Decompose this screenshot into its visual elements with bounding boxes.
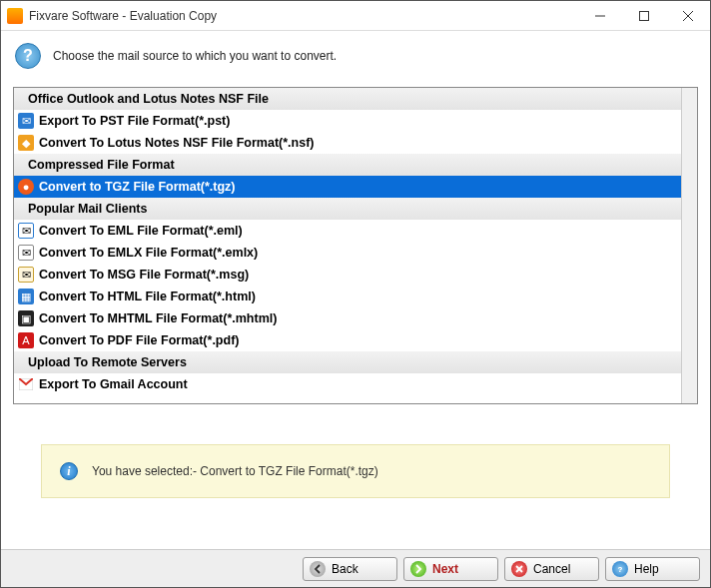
list-header: Popular Mail Clients bbox=[14, 198, 681, 220]
cancel-label: Cancel bbox=[533, 562, 570, 576]
maximize-button[interactable] bbox=[622, 1, 666, 31]
list-header: Compressed File Format bbox=[14, 154, 681, 176]
help-label: Help bbox=[634, 562, 659, 576]
list-header-label: Upload To Remote Servers bbox=[18, 355, 187, 369]
list-item-label: Convert To Lotus Notes NSF File Format(*… bbox=[39, 136, 314, 150]
list-item-label: Convert To EMLX File Format(*.emlx) bbox=[39, 246, 258, 260]
mhtml-icon: ▣ bbox=[18, 310, 34, 326]
list-item[interactable]: ✉Convert To EMLX File Format(*.emlx) bbox=[14, 242, 681, 264]
back-button[interactable]: Back bbox=[303, 557, 397, 581]
pst-icon: ✉ bbox=[18, 113, 34, 129]
svg-text:?: ? bbox=[618, 565, 623, 574]
nsf-icon: ◆ bbox=[18, 135, 34, 151]
pdf-icon: A bbox=[18, 332, 34, 348]
list-item-label: Convert To MHTML File Format(*.mhtml) bbox=[39, 311, 277, 325]
html-icon: ▦ bbox=[18, 289, 34, 304]
question-icon: ? bbox=[15, 43, 41, 69]
list-item-label: Convert to TGZ File Format(*.tgz) bbox=[39, 180, 236, 194]
back-icon bbox=[310, 561, 326, 577]
help-icon: ? bbox=[612, 561, 628, 577]
list-header-label: Office Outlook and Lotus Notes NSF File bbox=[18, 92, 269, 106]
list-header: Upload To Remote Servers bbox=[14, 351, 681, 373]
msg-icon: ✉ bbox=[18, 267, 34, 283]
info-icon: i bbox=[60, 462, 78, 480]
list-item[interactable]: ▦Convert To HTML File Format(*.html) bbox=[14, 286, 681, 307]
help-button[interactable]: ? Help bbox=[605, 557, 700, 581]
instruction-bar: ? Choose the mail source to which you wa… bbox=[1, 31, 710, 87]
next-button[interactable]: Next bbox=[403, 557, 498, 581]
notice-text: You have selected:- Convert to TGZ File … bbox=[92, 464, 378, 478]
list-header: Office Outlook and Lotus Notes NSF File bbox=[14, 88, 681, 110]
list-item[interactable]: AConvert To PDF File Format(*.pdf) bbox=[14, 329, 681, 351]
list-header-label: Compressed File Format bbox=[18, 158, 175, 172]
emlx-icon: ✉ bbox=[18, 245, 34, 261]
app-icon bbox=[7, 8, 23, 24]
selection-notice: i You have selected:- Convert to TGZ Fil… bbox=[41, 444, 670, 498]
list-item-label: Export To PST File Format(*.pst) bbox=[39, 114, 230, 128]
svg-rect-1 bbox=[640, 11, 649, 20]
list-item[interactable]: ✉Export To PST File Format(*.pst) bbox=[14, 110, 681, 132]
list-item-label: Export To Gmail Account bbox=[39, 377, 188, 391]
tgz-icon: ● bbox=[18, 179, 34, 195]
list-item[interactable]: ✉Convert To MSG File Format(*.msg) bbox=[14, 264, 681, 286]
cancel-icon bbox=[511, 561, 527, 577]
cancel-button[interactable]: Cancel bbox=[504, 557, 599, 581]
next-icon bbox=[410, 561, 426, 577]
list-header-label: Popular Mail Clients bbox=[18, 202, 147, 216]
list-item[interactable]: ●Convert to TGZ File Format(*.tgz) bbox=[14, 176, 681, 198]
list-item-label: Convert To HTML File Format(*.html) bbox=[39, 290, 256, 303]
wizard-footer: Back Next Cancel ? Help bbox=[1, 549, 710, 587]
list-item-label: Convert To EML File Format(*.eml) bbox=[39, 224, 243, 238]
close-button[interactable] bbox=[666, 1, 710, 31]
list-item[interactable]: ◆Convert To Lotus Notes NSF File Format(… bbox=[14, 132, 681, 154]
titlebar: Fixvare Software - Evaluation Copy bbox=[1, 1, 710, 31]
back-label: Back bbox=[332, 562, 358, 576]
gmail-icon bbox=[18, 376, 34, 392]
minimize-button[interactable] bbox=[578, 1, 622, 31]
scrollbar[interactable] bbox=[681, 88, 697, 403]
format-list: Office Outlook and Lotus Notes NSF File✉… bbox=[13, 87, 698, 404]
list-item-label: Convert To MSG File Format(*.msg) bbox=[39, 268, 249, 282]
eml-icon: ✉ bbox=[18, 223, 34, 239]
list-item[interactable]: ✉Convert To EML File Format(*.eml) bbox=[14, 220, 681, 242]
next-label: Next bbox=[432, 562, 458, 576]
list-item[interactable]: Export To Gmail Account bbox=[14, 373, 681, 395]
list-item[interactable]: ▣Convert To MHTML File Format(*.mhtml) bbox=[14, 307, 681, 329]
list-item-label: Convert To PDF File Format(*.pdf) bbox=[39, 333, 239, 347]
window-title: Fixvare Software - Evaluation Copy bbox=[29, 9, 578, 23]
instruction-text: Choose the mail source to which you want… bbox=[53, 49, 337, 63]
